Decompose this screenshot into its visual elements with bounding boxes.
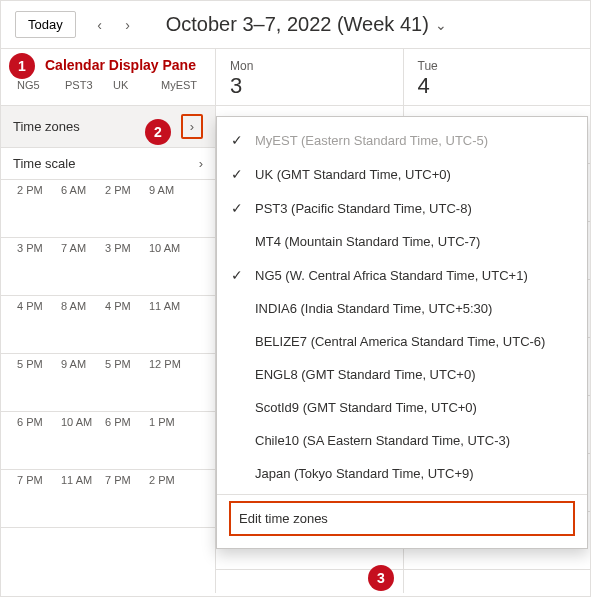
time-cell: 10 AM xyxy=(149,242,193,295)
today-button[interactable]: Today xyxy=(15,11,76,38)
time-row: 4 PM8 AM4 PM11 AM xyxy=(1,296,215,354)
time-scale-label: Time scale xyxy=(13,156,75,171)
chevron-right-icon: › xyxy=(181,114,203,139)
tz-col-1: PST3 xyxy=(65,79,109,91)
time-row: 2 PM6 AM2 PM9 AM xyxy=(1,180,215,238)
chevron-down-icon: ⌄ xyxy=(435,17,447,33)
next-week-button[interactable]: › xyxy=(116,13,140,37)
day-header-mon[interactable]: Mon 3 xyxy=(216,49,404,105)
timezone-option-label: Japan (Tokyo Standard Time, UTC+9) xyxy=(255,466,474,481)
time-cell: 3 PM xyxy=(17,242,61,295)
check-icon: ✓ xyxy=(231,267,251,283)
check-icon: ✓ xyxy=(231,166,251,182)
time-cell: 1 PM xyxy=(149,416,193,469)
time-cell: 10 AM xyxy=(61,416,105,469)
timezone-option[interactable]: Chile10 (SA Eastern Standard Time, UTC-3… xyxy=(217,424,587,457)
timezone-option-label: ENGL8 (GMT Standard Time, UTC+0) xyxy=(255,367,475,382)
time-cell: 2 PM xyxy=(149,474,193,527)
timezone-header-pane: Calendar Display Pane NG5 PST3 UK MyEST xyxy=(1,49,216,105)
time-cell: 11 AM xyxy=(149,300,193,353)
time-zones-dropdown: ✓MyEST (Eastern Standard Time, UTC-5)✓UK… xyxy=(216,116,588,549)
annotation-badge-1: 1 xyxy=(9,53,35,79)
timezone-option[interactable]: Japan (Tokyo Standard Time, UTC+9) xyxy=(217,457,587,490)
time-cell: 8 AM xyxy=(61,300,105,353)
timezone-option-label: NG5 (W. Central Africa Standard Time, UT… xyxy=(255,268,528,283)
day-name: Tue xyxy=(418,59,577,73)
timezone-option[interactable]: ENGL8 (GMT Standard Time, UTC+0) xyxy=(217,358,587,391)
prev-week-button[interactable]: ‹ xyxy=(88,13,112,37)
chevron-right-icon: › xyxy=(199,156,203,171)
tz-col-2: UK xyxy=(113,79,157,91)
timezone-option[interactable]: ✓UK (GMT Standard Time, UTC+0) xyxy=(217,157,587,191)
time-cell: 2 PM xyxy=(105,184,149,237)
timezone-option-label: ScotId9 (GMT Standard Time, UTC+0) xyxy=(255,400,477,415)
time-cell: 5 PM xyxy=(105,358,149,411)
timezone-option: ✓MyEST (Eastern Standard Time, UTC-5) xyxy=(217,123,587,157)
time-cell: 11 AM xyxy=(61,474,105,527)
annotation-badge-2: 2 xyxy=(145,119,171,145)
chevron-right-icon: › xyxy=(125,17,130,33)
day-header-tue[interactable]: Tue 4 xyxy=(404,49,591,105)
date-range-label: October 3–7, 2022 (Week 41) xyxy=(166,13,429,36)
day-number: 4 xyxy=(418,73,577,99)
calendar-toolbar: Today ‹ › October 3–7, 2022 (Week 41) ⌄ xyxy=(1,1,590,48)
time-row: 6 PM10 AM6 PM1 PM xyxy=(1,412,215,470)
day-number: 3 xyxy=(230,73,389,99)
timezone-option[interactable]: MT4 (Mountain Standard Time, UTC-7) xyxy=(217,225,587,258)
time-zones-row[interactable]: Time zones › xyxy=(1,106,215,148)
timezone-option-label: MT4 (Mountain Standard Time, UTC-7) xyxy=(255,234,480,249)
time-cell: 9 AM xyxy=(149,184,193,237)
tz-col-3: MyEST xyxy=(161,79,205,91)
calendar-header-row: Calendar Display Pane NG5 PST3 UK MyEST … xyxy=(1,49,590,106)
time-cell: 2 PM xyxy=(17,184,61,237)
time-cell: 3 PM xyxy=(105,242,149,295)
time-zones-label: Time zones xyxy=(13,119,80,134)
time-cell: 6 AM xyxy=(61,184,105,237)
edit-time-zones-label: Edit time zones xyxy=(239,511,328,526)
time-cell: 9 AM xyxy=(61,358,105,411)
time-cell: 4 PM xyxy=(17,300,61,353)
timezone-option-label: MyEST (Eastern Standard Time, UTC-5) xyxy=(255,133,488,148)
date-range-picker[interactable]: October 3–7, 2022 (Week 41) ⌄ xyxy=(166,13,447,36)
timezone-option[interactable]: ✓NG5 (W. Central Africa Standard Time, U… xyxy=(217,258,587,292)
time-cell: 7 PM xyxy=(17,474,61,527)
time-cell: 12 PM xyxy=(149,358,193,411)
check-icon: ✓ xyxy=(231,200,251,216)
time-cell: 6 PM xyxy=(105,416,149,469)
time-row: 3 PM7 AM3 PM10 AM xyxy=(1,238,215,296)
tz-col-0: NG5 xyxy=(17,79,61,91)
dropdown-separator xyxy=(217,494,587,495)
timezone-option-label: BELIZE7 (Central America Standard Time, … xyxy=(255,334,545,349)
time-row: 5 PM9 AM5 PM12 PM xyxy=(1,354,215,412)
edit-time-zones[interactable]: Edit time zones xyxy=(229,501,575,536)
timezone-option-label: UK (GMT Standard Time, UTC+0) xyxy=(255,167,451,182)
timezone-option[interactable]: INDIA6 (India Standard Time, UTC+5:30) xyxy=(217,292,587,325)
left-time-pane: Time zones › Time scale › 2 PM6 AM2 PM9 … xyxy=(1,106,216,593)
timezone-option-label: INDIA6 (India Standard Time, UTC+5:30) xyxy=(255,301,492,316)
time-row: 7 PM11 AM7 PM2 PM xyxy=(1,470,215,528)
day-name: Mon xyxy=(230,59,389,73)
annotation-badge-3: 3 xyxy=(368,565,394,591)
timezone-option-label: Chile10 (SA Eastern Standard Time, UTC-3… xyxy=(255,433,510,448)
chevron-left-icon: ‹ xyxy=(97,17,102,33)
time-cell: 6 PM xyxy=(17,416,61,469)
timezone-option[interactable]: ScotId9 (GMT Standard Time, UTC+0) xyxy=(217,391,587,424)
timezone-option-label: PST3 (Pacific Standard Time, UTC-8) xyxy=(255,201,472,216)
timezone-option[interactable]: ✓PST3 (Pacific Standard Time, UTC-8) xyxy=(217,191,587,225)
timezone-column-labels: NG5 PST3 UK MyEST xyxy=(1,77,215,95)
timezone-option[interactable]: BELIZE7 (Central America Standard Time, … xyxy=(217,325,587,358)
time-cell: 5 PM xyxy=(17,358,61,411)
time-scale-row[interactable]: Time scale › xyxy=(1,148,215,180)
time-cell: 7 AM xyxy=(61,242,105,295)
time-cell: 4 PM xyxy=(105,300,149,353)
time-cell: 7 PM xyxy=(105,474,149,527)
check-icon: ✓ xyxy=(231,132,251,148)
